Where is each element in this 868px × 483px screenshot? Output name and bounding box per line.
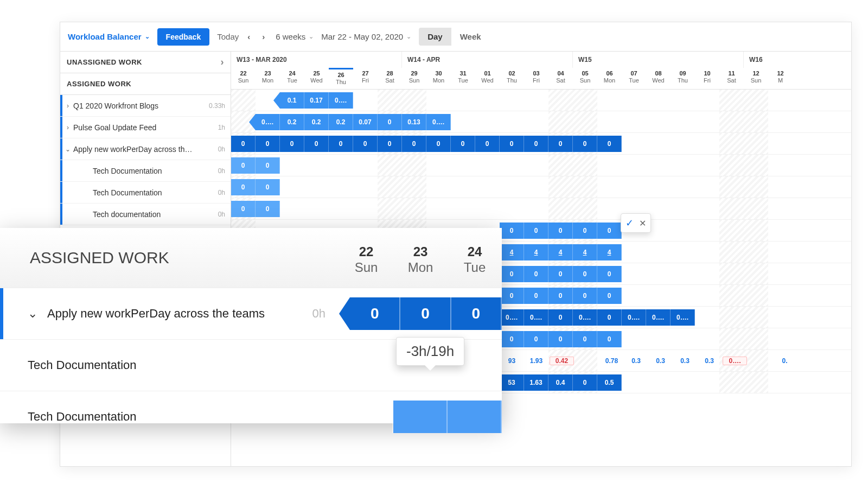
- allocation-cell[interactable]: 0.5: [597, 374, 622, 391]
- task-row[interactable]: ›Pulse Goal Update Feed1h: [60, 117, 231, 138]
- allocation-cell[interactable]: 0: [573, 288, 597, 304]
- allocation-cell[interactable]: 0: [548, 331, 573, 347]
- allocation-cell[interactable]: 0: [573, 136, 597, 152]
- allocation-cell[interactable]: 4: [573, 244, 597, 260]
- today-button[interactable]: Today: [217, 32, 239, 41]
- allocation-cell[interactable]: 0: [231, 201, 256, 217]
- next-button[interactable]: ›: [259, 32, 268, 41]
- allocation-cell[interactable]: 0: [524, 288, 548, 304]
- allocation-cell[interactable]: 0: [548, 266, 573, 282]
- day-toggle[interactable]: Day: [419, 28, 451, 46]
- confirm-button[interactable]: ✓: [626, 217, 634, 229]
- expand-toggle[interactable]: ›: [62, 102, 73, 110]
- allocation-cell[interactable]: 0: [524, 331, 548, 347]
- allocation-cell[interactable]: 0.13: [402, 114, 426, 130]
- allocation-cell[interactable]: 0: [304, 136, 329, 152]
- allocation-cell[interactable]: 0.2: [329, 114, 353, 130]
- allocation-cell[interactable]: 0.1: [280, 92, 304, 109]
- unassigned-section-header[interactable]: UNASSIGNED WORK ›: [60, 52, 231, 73]
- allocation-cell[interactable]: 0: [378, 114, 402, 130]
- allocation-cell[interactable]: 4: [548, 244, 573, 260]
- allocation-cell[interactable]: 0: [500, 136, 524, 152]
- cancel-button[interactable]: ✕: [639, 218, 646, 228]
- allocation-cell[interactable]: 0.4: [548, 374, 573, 391]
- feedback-button[interactable]: Feedback: [157, 28, 210, 46]
- zoom-cell[interactable]: [339, 349, 393, 382]
- allocation-cell[interactable]: 0: [597, 136, 622, 152]
- task-row[interactable]: ⌄Apply new workPerDay across th…0h: [60, 138, 231, 160]
- allocation-cell[interactable]: 0: [256, 201, 280, 217]
- allocation-cell[interactable]: 4: [524, 244, 548, 260]
- title-dropdown[interactable]: Workload Balancer ⌄: [68, 32, 150, 41]
- allocation-cell[interactable]: 0: [597, 309, 622, 326]
- allocation-cell[interactable]: 0….: [256, 114, 280, 130]
- allocation-cell[interactable]: 0: [524, 223, 548, 239]
- allocation-cell[interactable]: 0: [573, 374, 597, 391]
- allocation-cell[interactable]: 0: [256, 136, 280, 152]
- zoom-row-left[interactable]: Tech Documentation: [0, 340, 339, 391]
- week-toggle[interactable]: Week: [451, 28, 490, 46]
- date-range-dropdown[interactable]: Mar 22 - May 02, 2020 ⌄: [321, 32, 411, 41]
- allocation-cell[interactable]: 0: [573, 223, 597, 239]
- allocation-cell[interactable]: 0.17: [304, 92, 329, 109]
- zoom-row-left[interactable]: ⌄Apply new workPerDay across the teams0h: [0, 288, 339, 339]
- expand-toggle[interactable]: ⌄: [62, 145, 73, 153]
- allocation-cell[interactable]: 0: [548, 288, 573, 304]
- range-dropdown[interactable]: 6 weeks ⌄: [276, 32, 314, 41]
- allocation-cell[interactable]: 0: [256, 179, 280, 195]
- prev-button[interactable]: ‹: [244, 32, 253, 41]
- allocation-cell[interactable]: 0: [500, 266, 524, 282]
- zoom-row-left[interactable]: Tech Documentation: [0, 391, 339, 442]
- allocation-cell[interactable]: 0: [402, 136, 426, 152]
- allocation-cell[interactable]: 0….: [426, 114, 451, 130]
- allocation-cell[interactable]: 4: [500, 244, 524, 260]
- allocation-cell[interactable]: 0: [451, 136, 475, 152]
- allocation-cell[interactable]: 0….: [329, 92, 353, 109]
- zoom-cell[interactable]: [448, 401, 502, 433]
- allocation-cell[interactable]: 0: [231, 136, 256, 152]
- allocation-cell[interactable]: 0: [500, 331, 524, 347]
- allocation-cell[interactable]: 0: [597, 266, 622, 282]
- zoom-cell[interactable]: 0: [400, 297, 451, 330]
- task-row[interactable]: Tech Documentation0h: [60, 160, 231, 182]
- allocation-cell[interactable]: 0….: [573, 309, 597, 326]
- allocation-cell[interactable]: 0: [573, 331, 597, 347]
- zoom-cell[interactable]: 0: [350, 297, 400, 330]
- allocation-cell[interactable]: 0: [280, 136, 304, 152]
- allocation-cell[interactable]: 0: [426, 136, 451, 152]
- task-row[interactable]: Tech Documentation0h: [60, 182, 231, 204]
- allocation-cell[interactable]: 0: [329, 136, 353, 152]
- allocation-cell[interactable]: 0: [231, 157, 256, 174]
- allocation-cell[interactable]: 0: [573, 266, 597, 282]
- allocation-cell[interactable]: 0.2: [280, 114, 304, 130]
- assigned-section-header[interactable]: ASSIGNED WORK: [60, 73, 231, 95]
- allocation-cell[interactable]: 0: [548, 309, 573, 326]
- allocation-cell[interactable]: 0: [353, 136, 378, 152]
- allocation-cell[interactable]: 0: [524, 266, 548, 282]
- zoom-cell[interactable]: [393, 401, 448, 433]
- allocation-cell[interactable]: 0: [548, 136, 573, 152]
- allocation-cell[interactable]: 1.63: [524, 374, 548, 391]
- allocation-cell[interactable]: 0: [500, 223, 524, 239]
- task-row[interactable]: ›Q1 2020 Workfront Blogs0.33h: [60, 95, 231, 117]
- allocation-cell[interactable]: 0: [231, 179, 256, 195]
- task-row[interactable]: Tech documentation0h: [60, 204, 231, 225]
- allocation-cell[interactable]: 0: [500, 288, 524, 304]
- allocation-cell[interactable]: 0….: [671, 309, 695, 326]
- zoom-cell[interactable]: 0: [451, 297, 502, 330]
- allocation-cell[interactable]: 0: [475, 136, 500, 152]
- allocation-cell[interactable]: 0….: [622, 309, 646, 326]
- allocation-cell[interactable]: 0.07: [353, 114, 378, 130]
- allocation-cell[interactable]: 0.2: [304, 114, 329, 130]
- allocation-cell[interactable]: 4: [597, 244, 622, 260]
- allocation-cell[interactable]: 0….: [500, 309, 524, 326]
- zoom-cell[interactable]: [339, 401, 393, 433]
- allocation-cell[interactable]: 0: [597, 288, 622, 304]
- allocation-cell[interactable]: 0….: [524, 309, 548, 326]
- allocation-cell[interactable]: 0….: [646, 309, 671, 326]
- expand-toggle[interactable]: ›: [62, 124, 73, 131]
- allocation-cell[interactable]: 0: [597, 331, 622, 347]
- allocation-cell[interactable]: 53: [500, 374, 524, 391]
- allocation-cell[interactable]: 0: [378, 136, 402, 152]
- allocation-cell[interactable]: 0: [524, 136, 548, 152]
